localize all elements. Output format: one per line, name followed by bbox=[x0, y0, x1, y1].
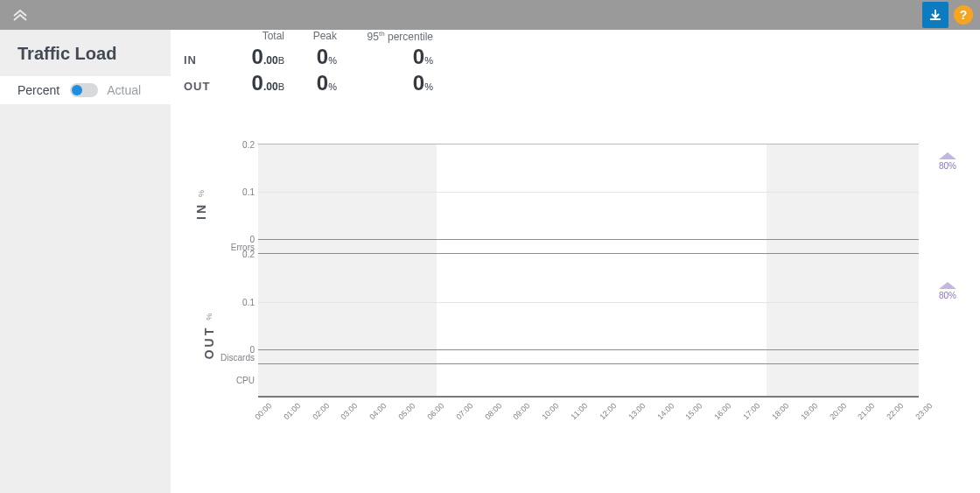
pane-discards: Discards bbox=[258, 350, 919, 364]
xtick: 04:00 bbox=[368, 401, 388, 421]
ytick: 0.2 bbox=[174, 140, 255, 150]
collapse-icon[interactable] bbox=[12, 7, 28, 21]
xtick: 03:00 bbox=[340, 401, 360, 421]
plot[interactable]: 80% 80% 0.2 0.1 0 Errors 0.2 bbox=[258, 144, 919, 438]
download-button[interactable] bbox=[922, 2, 948, 28]
stats-header-peak: Peak bbox=[284, 30, 337, 43]
xtick: 17:00 bbox=[741, 401, 761, 421]
chart: IN% OUT% 80% 80% 0.2 0.1 0 Errors bbox=[171, 135, 980, 493]
panel-title: Traffic Load bbox=[0, 30, 171, 76]
triangle-up-icon bbox=[939, 282, 956, 289]
xtick: 00:00 bbox=[253, 401, 273, 421]
toggle-percent-label: Percent bbox=[18, 83, 60, 97]
xtick: 05:00 bbox=[396, 401, 416, 421]
xtick: 10:00 bbox=[541, 401, 561, 421]
pane-errors: Errors bbox=[258, 240, 919, 254]
threshold-in: 80% bbox=[926, 152, 970, 171]
stats-table: Total Peak 95th percentile IN 0.00B 0% 0… bbox=[184, 30, 433, 95]
triangle-up-icon bbox=[939, 152, 956, 159]
xtick: 21:00 bbox=[857, 401, 877, 421]
ytick: 0.2 bbox=[174, 250, 255, 259]
ytick: 0.1 bbox=[174, 187, 255, 197]
topbar: ? bbox=[0, 0, 980, 30]
pane-cpu: CPU bbox=[258, 364, 919, 398]
stats-header-p95: 95th percentile bbox=[337, 30, 433, 43]
xtick: 01:00 bbox=[282, 401, 302, 421]
xtick: 12:00 bbox=[598, 401, 618, 421]
stats-row-in: IN 0.00B 0% 0% bbox=[184, 45, 433, 69]
sidebar: Traffic Load Percent Actual bbox=[0, 30, 171, 493]
xtick: 08:00 bbox=[483, 401, 503, 421]
pane-in: 0.2 0.1 0 bbox=[258, 144, 919, 240]
xtick: 11:00 bbox=[569, 401, 589, 421]
toggle-actual-label: Actual bbox=[107, 83, 141, 97]
stats-header-total: Total bbox=[232, 30, 284, 43]
xaxis: 00:0001:0002:0003:0004:0005:0006:0007:00… bbox=[258, 403, 919, 438]
main: Total Peak 95th percentile IN 0.00B 0% 0… bbox=[171, 30, 980, 493]
unit-toggle-row: Percent Actual bbox=[0, 76, 171, 104]
xtick: 18:00 bbox=[770, 401, 790, 421]
xtick: 14:00 bbox=[655, 401, 676, 421]
xtick: 22:00 bbox=[886, 401, 906, 421]
help-button[interactable]: ? bbox=[954, 5, 973, 25]
stats-row-out: OUT 0.00B 0% 0% bbox=[184, 71, 433, 95]
xtick: 13:00 bbox=[626, 401, 647, 421]
xtick: 16:00 bbox=[713, 401, 733, 421]
xtick: 02:00 bbox=[311, 401, 331, 421]
xtick: 23:00 bbox=[914, 401, 934, 421]
pane-out: 0.2 0.1 0 bbox=[258, 254, 919, 350]
xtick: 20:00 bbox=[828, 401, 848, 421]
threshold-out: 80% bbox=[926, 282, 970, 300]
xtick: 06:00 bbox=[425, 401, 445, 421]
xtick: 15:00 bbox=[684, 401, 704, 421]
xtick: 19:00 bbox=[799, 401, 819, 421]
xtick: 07:00 bbox=[454, 401, 474, 421]
xtick: 09:00 bbox=[512, 401, 532, 421]
ytick: 0.1 bbox=[174, 297, 255, 306]
unit-toggle[interactable] bbox=[70, 83, 98, 97]
